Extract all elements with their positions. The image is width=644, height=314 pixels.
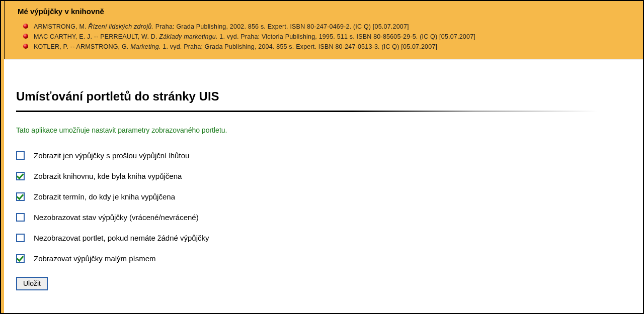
option-label: Zobrazit knihovnu, kde byla kniha vypůjč… [34,172,182,180]
svg-point-1 [23,34,28,39]
option-row: Zobrazovat výpůjčky malým písmem [16,254,628,263]
options-form: Zobrazit jen výpůjčky s prošlou výpůjční… [16,151,628,263]
loan-author: MAC CARTHY, E. J. -- PERREAULT, W. D. [34,33,159,40]
svg-point-0 [23,24,28,29]
option-label: Zobrazit termín, do kdy je kniha vypůjče… [34,192,175,201]
option-label: Zobrazit jen výpůjčky s prošlou výpůjční… [34,151,189,160]
intro-text: Tato aplikace umožňuje nastavit parametr… [16,126,628,134]
loans-portlet: Mé výpůjčky v knihovně ARMSTRONG, M. Říz… [4,1,643,59]
app-window: Mé výpůjčky v knihovně ARMSTRONG, M. Říz… [0,0,644,314]
loan-rest: 1. vyd. Praha: Victoria Publishing, 1995… [218,33,475,40]
svg-point-2 [23,44,28,49]
option-checkbox[interactable] [16,213,25,222]
heading-divider [16,111,628,112]
loan-author: KOTLER, P. -- ARMSTRONG, G. [34,43,130,50]
bullet-icon [23,43,29,49]
loan-item: KOTLER, P. -- ARMSTRONG, G. Marketing. 1… [23,42,634,52]
loan-rest: 1. vyd. Praha: Grada Publishing, 2004. 8… [161,43,438,50]
loan-item: MAC CARTHY, E. J. -- PERREAULT, W. D. Zá… [23,32,634,42]
option-checkbox[interactable] [16,151,25,160]
option-row: Zobrazit knihovnu, kde byla kniha vypůjč… [16,172,628,180]
option-checkbox[interactable] [16,254,25,263]
content-area: Umísťování portletů do stránky UIS Tato … [4,74,643,290]
portlet-title: Mé výpůjčky v knihovně [5,1,643,20]
option-checkbox[interactable] [16,192,25,201]
save-button[interactable]: Uložit [16,277,48,290]
option-label: Nezobrazovat stav výpůjčky (vrácené/nevr… [34,213,199,222]
loan-list: ARMSTRONG, M. Řízení lidských zdrojů. Pr… [5,20,643,59]
loan-rest: Praha: Grada Publishing, 2002. 856 s. Ex… [153,23,409,30]
option-label: Zobrazovat výpůjčky malým písmem [34,254,156,263]
loan-title: Základy marketingu. [159,33,217,40]
loan-title: Marketing. [130,43,160,50]
option-row: Zobrazit termín, do kdy je kniha vypůjče… [16,192,628,201]
option-row: Nezobrazovat stav výpůjčky (vrácené/nevr… [16,213,628,222]
option-checkbox[interactable] [16,234,25,242]
bullet-icon [23,33,29,39]
bullet-icon [23,23,29,29]
option-row: Nezobrazovat portlet, pokud nemáte žádné… [16,234,628,242]
option-label: Nezobrazovat portlet, pokud nemáte žádné… [34,234,209,242]
loan-title: Řízení lidských zdrojů. [88,23,153,30]
loan-item: ARMSTRONG, M. Řízení lidských zdrojů. Pr… [23,22,634,32]
loan-author: ARMSTRONG, M. [34,23,88,30]
option-row: Zobrazit jen výpůjčky s prošlou výpůjční… [16,151,628,160]
option-checkbox[interactable] [16,172,25,180]
page-title: Umísťování portletů do stránky UIS [16,89,628,103]
